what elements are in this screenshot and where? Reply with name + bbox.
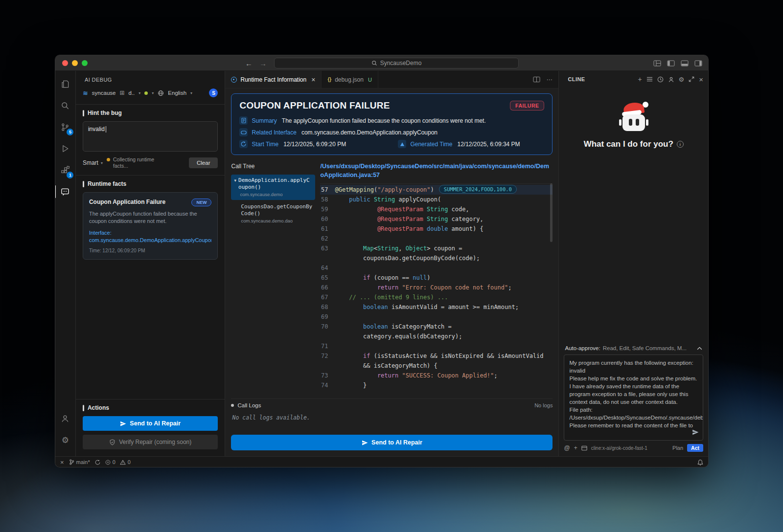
- model-selector[interactable]: cline:x-ai/grok-code-fast-1: [591, 445, 668, 451]
- code-line: 60@RequestParam String category,: [320, 214, 553, 224]
- summary-row: Summary The applyCoupon function failed …: [239, 116, 544, 125]
- layout-controls: [653, 55, 702, 71]
- collecting-status-text: Collecting runtime facts...: [113, 156, 164, 169]
- syncause-logo-icon: ≋: [83, 89, 88, 97]
- tab-runtime-fact-information[interactable]: Runtime Fact Information ×: [225, 71, 322, 88]
- task-list-icon[interactable]: [646, 76, 653, 82]
- json-file-icon: {}: [327, 77, 331, 82]
- close-panel-icon[interactable]: ×: [699, 76, 703, 83]
- chevron-up-icon: [697, 347, 702, 350]
- code-line: 72if (isStatusActive && isNotExpired && …: [320, 351, 553, 371]
- verify-button-label: Verify Repair (coming soon): [119, 439, 191, 445]
- chat-send-icon[interactable]: [692, 429, 699, 437]
- bullet-icon: [231, 404, 234, 407]
- expand-panel-icon[interactable]: [689, 76, 694, 82]
- toggle-panel-icon[interactable]: [681, 60, 689, 66]
- fact-card-title: Coupon Application Failure: [89, 199, 188, 205]
- send-button-label: Send to AI Repair: [130, 420, 181, 427]
- remote-indicator[interactable]: ×: [60, 459, 64, 466]
- tab-debug-json[interactable]: {} debug.json U: [322, 71, 378, 88]
- back-button[interactable]: ←: [245, 59, 253, 67]
- add-context-icon[interactable]: +: [574, 444, 577, 451]
- syncause-ai-debug-icon[interactable]: [56, 182, 74, 201]
- search-sidebar-icon[interactable]: [56, 96, 74, 115]
- history-icon[interactable]: [657, 76, 664, 83]
- minimize-window-button[interactable]: [72, 60, 78, 66]
- info-icon[interactable]: i: [677, 141, 684, 148]
- new-task-icon[interactable]: +: [638, 76, 642, 83]
- call-tree-item[interactable]: CouponsDao.getCouponByCode() com.syncaus…: [238, 201, 315, 226]
- git-branch-item[interactable]: main*: [69, 459, 90, 465]
- user-avatar[interactable]: S: [209, 89, 218, 97]
- workspace-selector[interactable]: syncause: [92, 90, 116, 96]
- titlebar: ← → SyncauseDemo: [55, 55, 708, 71]
- problems-item[interactable]: 0 0: [105, 459, 131, 465]
- desktop-background: ← → SyncauseDemo: [0, 0, 783, 532]
- text-caret: [106, 126, 106, 133]
- source-control-icon[interactable]: 5: [56, 118, 74, 136]
- command-center-search[interactable]: SyncauseDemo: [274, 58, 519, 68]
- time-row: Start Time 12/12/2025, 6:09:20 PM Genera…: [239, 140, 544, 148]
- notifications-bell-icon[interactable]: [697, 459, 703, 466]
- code-line: 58public String applyCoupon(: [320, 195, 553, 204]
- ai-debug-sidebar: AI DEBUG ≋ syncause ⊞ d.. ▾ ▾ English ▾ …: [76, 71, 226, 456]
- explorer-icon[interactable]: [56, 75, 74, 93]
- split-editor-icon[interactable]: [533, 76, 540, 83]
- interface-icon: [239, 128, 248, 136]
- code-scrollbar[interactable]: [550, 183, 553, 242]
- hint-the-bug-section: Hint the bug invalid Smart▾ Collecting r…: [76, 104, 225, 175]
- actions-title: Actions: [83, 404, 218, 411]
- call-logs-header[interactable]: Call Logs No logs: [231, 402, 553, 408]
- expand-arrow-icon[interactable]: ▾: [234, 178, 236, 191]
- mode-selector[interactable]: Smart▾: [83, 159, 103, 166]
- more-actions-icon[interactable]: ⋯: [546, 76, 553, 83]
- toggle-primary-sidebar-icon[interactable]: [667, 60, 675, 66]
- account-icon[interactable]: [668, 76, 674, 83]
- failure-title: COUPON APPLICATION FAILURE: [239, 100, 390, 111]
- cline-robot-mascot: [616, 101, 652, 133]
- related-interface-value: com.syncause.demo.DemoApplication.applyC…: [301, 129, 438, 136]
- cline-panel: CLINE + ⚙ ×: [558, 71, 708, 456]
- start-time-icon: [239, 140, 248, 148]
- fact-timestamp: Time: 12/12, 06:09:20 PM: [89, 248, 212, 253]
- project-selector[interactable]: d..: [129, 90, 135, 96]
- customize-layout-icon[interactable]: [653, 60, 661, 66]
- code-panel[interactable]: /Users/dxsup/Desktop/SyncauseDemo/src/ma…: [320, 162, 553, 396]
- hint-input[interactable]: invalid: [83, 121, 218, 152]
- verify-repair-button[interactable]: Verify Repair (coming soon): [83, 435, 218, 449]
- language-selector[interactable]: English: [168, 90, 186, 96]
- cline-settings-gear-icon[interactable]: ⚙: [679, 76, 685, 83]
- send-to-ai-repair-button[interactable]: Send to AI Repair: [83, 416, 218, 431]
- runtime-fact-card[interactable]: Coupon Application Failure NEW The apply…: [83, 192, 218, 260]
- sidebar-toolbar: ≋ syncause ⊞ d.. ▾ ▾ English ▾ S: [76, 87, 225, 104]
- source-file-path-link[interactable]: /Users/dxsup/Desktop/SyncauseDemo/src/ma…: [320, 162, 553, 179]
- settings-gear-icon[interactable]: ⚙: [56, 431, 74, 449]
- mention-icon[interactable]: @: [564, 444, 570, 451]
- accounts-icon[interactable]: [56, 409, 74, 428]
- runtime-tab-icon: [231, 77, 237, 83]
- extensions-icon[interactable]: 1: [56, 161, 74, 179]
- clear-button[interactable]: Clear: [189, 157, 218, 168]
- editor-tab-bar: Runtime Fact Information × {} debug.json…: [225, 71, 558, 89]
- send-button-label: Send to AI Repair: [371, 439, 422, 446]
- editor-send-to-ai-repair-button[interactable]: Send to AI Repair: [231, 435, 553, 450]
- toggle-secondary-sidebar-icon[interactable]: [694, 60, 702, 66]
- act-toggle[interactable]: Act: [687, 444, 703, 452]
- fact-interface-link[interactable]: com.syncause.demo.DemoApplication.applyC…: [89, 237, 212, 243]
- plan-toggle[interactable]: Plan: [672, 445, 683, 451]
- cline-spacer: [559, 149, 708, 343]
- zoom-window-button[interactable]: [82, 60, 88, 66]
- sync-changes-item[interactable]: [95, 460, 100, 465]
- call-tree-item[interactable]: ▾ DemoApplication.applyCoupon() com.sync…: [231, 175, 315, 200]
- rules-icon[interactable]: [581, 445, 587, 451]
- close-tab-icon[interactable]: ×: [311, 76, 315, 84]
- auto-approve-row[interactable]: Auto-approve: Read, Edit, Safe Commands,…: [559, 343, 708, 355]
- editor-actions: ⋯: [527, 71, 558, 88]
- close-window-button[interactable]: [62, 60, 68, 66]
- service-status-dot[interactable]: [144, 91, 148, 95]
- run-debug-icon[interactable]: [56, 139, 74, 158]
- call-tree-method: DemoApplication.applyCoupon(): [238, 177, 312, 191]
- chat-input-box[interactable]: My program currently has the following e…: [564, 355, 703, 441]
- search-icon: [371, 60, 377, 66]
- forward-button[interactable]: →: [259, 59, 267, 67]
